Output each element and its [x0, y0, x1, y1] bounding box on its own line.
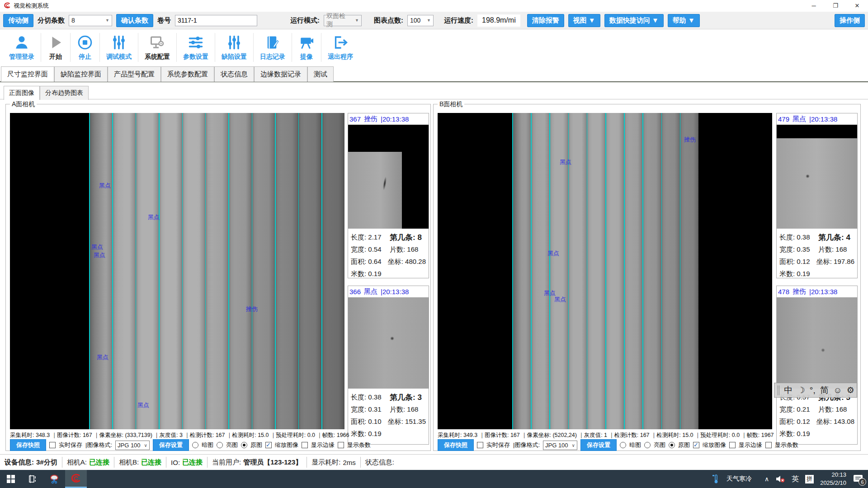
original-image-label: 原图 [678, 441, 690, 449]
bright-image-radio[interactable] [644, 442, 651, 448]
toolbar-capture-image[interactable]: 提像 [292, 29, 321, 66]
save-snapshot-button[interactable]: 保存快照 [10, 439, 46, 451]
tab-status-info[interactable]: 状态信息 [214, 66, 254, 82]
help-menu-button[interactable]: 帮助 ▼ [668, 14, 700, 27]
defect-marker-label: 挫伤 [246, 305, 258, 313]
ime-settings-gear-icon[interactable]: ⚙ [847, 385, 854, 395]
defect-card[interactable]: 367 挫伤 |20:13:38 长度: 2.17 第几条: 8 宽度: 0.5… [348, 113, 429, 278]
weather-status-text[interactable]: 天气寒冷 [726, 475, 752, 483]
area-label: 面积: [779, 258, 795, 265]
ime-grip-handle[interactable] [778, 385, 779, 395]
toolbar-admin-login[interactable]: 管理登录 [3, 29, 41, 66]
realtime-save-checkbox[interactable] [477, 442, 483, 448]
toolbar-exit-program[interactable]: 退出程序 [321, 29, 359, 66]
operation-side-button[interactable]: 操作侧 [835, 14, 865, 27]
show-edge-checkbox[interactable] [302, 442, 308, 448]
defect-card[interactable]: 478 挫伤 |20:13:38 长度: 0.57 第几条: 3 宽度: 0.2… [776, 286, 858, 445]
original-image-radio[interactable] [241, 442, 247, 448]
chart-points-select[interactable]: 100 ▼ [407, 15, 434, 26]
status-info-label: 状态信息: [365, 458, 394, 467]
camera-b-conn-label: 相机B: [119, 458, 139, 467]
save-snapshot-button[interactable]: 保存快照 [438, 439, 474, 451]
length-label: 长度: [351, 393, 366, 401]
tray-expand-chevron-icon[interactable]: ∧ [764, 475, 769, 483]
length-label: 长度: [351, 233, 366, 241]
toolbar-stop[interactable]: 停止 [71, 29, 99, 66]
toolbar-param-settings[interactable]: 参数设置 [177, 29, 215, 66]
clock-date: 2025/2/10 [820, 479, 846, 487]
roll-number-input[interactable] [175, 15, 257, 26]
ime-pinyin-indicator[interactable]: 拼 [805, 475, 814, 483]
original-image-radio[interactable] [669, 442, 675, 448]
action-center-button[interactable]: 6 [853, 474, 863, 484]
transmission-side-button[interactable]: 传动侧 [3, 14, 33, 27]
clock[interactable]: 20:13 2025/2/10 [820, 471, 846, 487]
start-button[interactable] [0, 470, 22, 488]
tab-system-param-config[interactable]: 系统参数配置 [161, 66, 214, 82]
scissors-icon [49, 474, 60, 484]
zoom-image-checkbox[interactable] [693, 442, 699, 448]
ime-punctuation-mode[interactable]: °, [810, 385, 816, 395]
save-settings-button[interactable]: 保存设置 [153, 439, 189, 451]
close-button[interactable]: ✕ [846, 0, 868, 12]
user-icon [14, 34, 30, 51]
image-format-select[interactable]: JPG 100 ∨ [543, 441, 577, 450]
slit-count-select[interactable]: 8 ▼ [69, 15, 112, 26]
width-value: 0.21 [797, 405, 810, 413]
zoom-image-label: 缩放图像 [703, 441, 726, 449]
volume-muted-icon[interactable] [775, 475, 785, 483]
vision-app-taskbar-button[interactable] [65, 470, 87, 488]
dark-image-radio[interactable] [192, 442, 198, 448]
maximize-button[interactable]: ❐ [825, 0, 846, 12]
bright-image-radio[interactable] [217, 442, 223, 448]
toolbar-system-config[interactable]: 系统配置 [138, 29, 176, 66]
coord-label: 坐标: [388, 258, 403, 265]
coord-value: 151.35 [405, 418, 426, 425]
show-count-checkbox[interactable] [338, 442, 344, 448]
realtime-save-checkbox[interactable] [49, 442, 56, 448]
camera-a-conn-status: 已连接 [89, 458, 109, 467]
language-indicator[interactable]: 英 [792, 474, 799, 484]
tab-edge-data-record[interactable]: 边缘数据记录 [254, 66, 307, 82]
ime-emoji-icon[interactable]: ☺ [833, 385, 842, 395]
defect-card[interactable]: 479 黑点 |20:13:38 长度: 0.38 第几条: 4 宽度: 0.3… [776, 113, 858, 278]
show-count-checkbox[interactable] [765, 442, 772, 448]
defect-id: 479 [778, 115, 789, 123]
ime-simplified-mode[interactable]: 简 [820, 385, 829, 396]
defect-thumbnail [777, 125, 857, 229]
subtab-trend-chart[interactable]: 分布趋势图表 [40, 86, 89, 100]
io-conn-label: IO: [171, 459, 180, 466]
confirm-count-button[interactable]: 确认条数 [116, 14, 153, 27]
toolbar-defect-settings[interactable]: 缺陷设置 [215, 29, 253, 66]
chevron-down-icon: ∨ [572, 443, 575, 448]
toolbar-debug-mode[interactable]: 调试模式 [100, 29, 138, 66]
run-mode-select[interactable]: 双面检测 ▼ [324, 15, 362, 26]
show-edge-checkbox[interactable] [729, 442, 736, 448]
tab-size-monitor[interactable]: 尺寸监控界面 [1, 66, 54, 82]
view-menu-button[interactable]: 视图 ▼ [568, 14, 600, 27]
tab-test[interactable]: 测试 [307, 66, 334, 82]
toolbar-start[interactable]: 开始 [41, 29, 70, 66]
tab-defect-monitor[interactable]: 缺陷监控界面 [54, 66, 108, 82]
tab-product-model-config[interactable]: 产品型号配置 [108, 66, 161, 82]
ime-fullshape-moon-icon[interactable]: ☽ [797, 385, 805, 395]
length-value: 0.38 [368, 393, 381, 401]
image-format-select[interactable]: JPG 100 ∨ [115, 441, 150, 450]
main-tab-strip: 尺寸监控界面 缺陷监控界面 产品型号配置 系统参数配置 状态信息 边缘数据记录 … [1, 66, 334, 82]
dark-image-label: 暗图 [629, 441, 641, 449]
clear-alarm-button[interactable]: 清除报警 [527, 14, 564, 27]
chevron-down-icon: ▼ [351, 18, 359, 23]
zoom-image-checkbox[interactable] [265, 442, 272, 448]
minimize-button[interactable]: ─ [803, 0, 825, 12]
defect-card[interactable]: 366 黑点 |20:13:38 长度: 0.38 第几条: 3 宽度: 0.3… [348, 286, 429, 445]
display-time-label: 显示耗时: [311, 458, 340, 467]
snipping-tool-button[interactable] [43, 470, 65, 488]
dark-image-radio[interactable] [620, 442, 626, 448]
toolbar-log-record[interactable]: 日志记录 [254, 29, 292, 66]
subtab-front-image[interactable]: 正面图像 [4, 86, 40, 100]
data-quick-access-button[interactable]: 数据快捷访问 ▼ [604, 14, 664, 27]
ime-chinese-mode[interactable]: 中 [784, 385, 793, 396]
save-settings-button[interactable]: 保存设置 [580, 439, 617, 451]
meters-label: 米数: [351, 270, 366, 277]
task-view-button[interactable] [22, 470, 43, 488]
